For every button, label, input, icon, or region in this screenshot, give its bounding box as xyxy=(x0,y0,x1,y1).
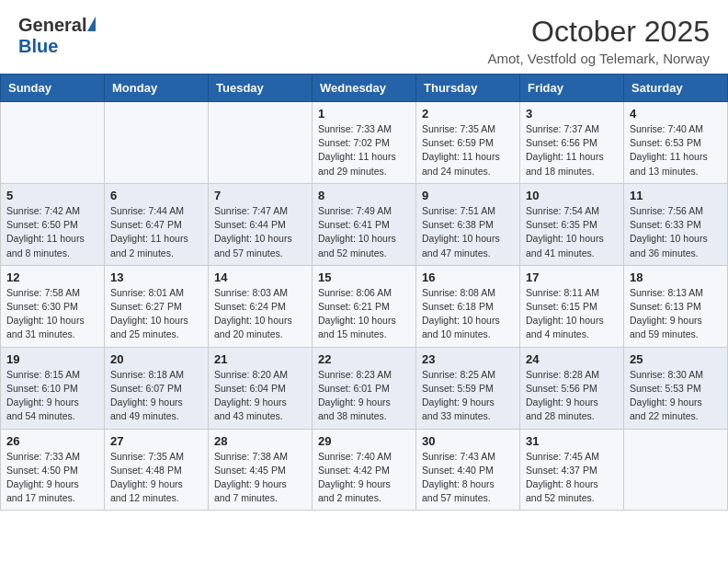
day-cell: 30Sunrise: 7:43 AM Sunset: 4:40 PM Dayli… xyxy=(416,429,520,511)
week-row-5: 26Sunrise: 7:33 AM Sunset: 4:50 PM Dayli… xyxy=(1,429,728,511)
day-cell: 29Sunrise: 7:40 AM Sunset: 4:42 PM Dayli… xyxy=(313,429,416,511)
day-number: 17 xyxy=(526,270,618,284)
day-info: Sunrise: 8:01 AM Sunset: 6:27 PM Dayligh… xyxy=(110,286,202,342)
day-number: 1 xyxy=(318,107,410,121)
day-number: 6 xyxy=(110,189,202,202)
day-cell: 22Sunrise: 8:23 AM Sunset: 6:01 PM Dayli… xyxy=(313,347,416,429)
day-number: 23 xyxy=(422,352,514,366)
day-info: Sunrise: 7:33 AM Sunset: 4:50 PM Dayligh… xyxy=(6,450,98,506)
location-label: Amot, Vestfold og Telemark, Norway xyxy=(488,51,711,66)
day-info: Sunrise: 7:37 AM Sunset: 6:56 PM Dayligh… xyxy=(526,122,618,178)
day-cell: 18Sunrise: 8:13 AM Sunset: 6:13 PM Dayli… xyxy=(624,265,728,347)
day-number: 28 xyxy=(214,434,306,448)
day-info: Sunrise: 8:30 AM Sunset: 5:53 PM Dayligh… xyxy=(630,368,722,424)
col-header-thursday: Thursday xyxy=(416,75,520,102)
day-info: Sunrise: 8:13 AM Sunset: 6:13 PM Dayligh… xyxy=(630,286,722,342)
day-cell: 19Sunrise: 8:15 AM Sunset: 6:10 PM Dayli… xyxy=(1,347,105,429)
day-cell xyxy=(624,429,728,511)
day-cell: 17Sunrise: 8:11 AM Sunset: 6:15 PM Dayli… xyxy=(520,265,624,347)
day-number: 14 xyxy=(214,270,306,284)
day-info: Sunrise: 8:25 AM Sunset: 5:59 PM Dayligh… xyxy=(422,368,514,424)
col-header-sunday: Sunday xyxy=(1,75,105,102)
day-cell: 14Sunrise: 8:03 AM Sunset: 6:24 PM Dayli… xyxy=(209,265,313,347)
day-info: Sunrise: 8:15 AM Sunset: 6:10 PM Dayligh… xyxy=(6,368,98,424)
calendar-table: SundayMondayTuesdayWednesdayThursdayFrid… xyxy=(0,74,728,511)
day-number: 11 xyxy=(630,189,722,202)
col-header-friday: Friday xyxy=(520,75,624,102)
day-number: 2 xyxy=(422,107,514,121)
day-number: 7 xyxy=(214,189,306,202)
day-cell: 26Sunrise: 7:33 AM Sunset: 4:50 PM Dayli… xyxy=(1,429,105,511)
day-cell: 8Sunrise: 7:49 AM Sunset: 6:41 PM Daylig… xyxy=(313,183,416,265)
day-info: Sunrise: 7:33 AM Sunset: 7:02 PM Dayligh… xyxy=(318,122,410,178)
calendar-body: 1Sunrise: 7:33 AM Sunset: 7:02 PM Daylig… xyxy=(1,102,728,511)
day-cell xyxy=(1,102,105,184)
page-header: General Blue October 2025 Amot, Vestfold… xyxy=(0,0,728,74)
day-info: Sunrise: 8:20 AM Sunset: 6:04 PM Dayligh… xyxy=(214,368,306,424)
day-info: Sunrise: 8:28 AM Sunset: 5:56 PM Dayligh… xyxy=(526,368,618,424)
day-info: Sunrise: 7:44 AM Sunset: 6:47 PM Dayligh… xyxy=(110,204,202,260)
day-info: Sunrise: 8:06 AM Sunset: 6:21 PM Dayligh… xyxy=(318,286,410,342)
day-number: 26 xyxy=(6,434,98,448)
week-row-3: 12Sunrise: 7:58 AM Sunset: 6:30 PM Dayli… xyxy=(1,265,728,347)
day-info: Sunrise: 7:35 AM Sunset: 4:48 PM Dayligh… xyxy=(110,450,202,506)
day-cell: 2Sunrise: 7:35 AM Sunset: 6:59 PM Daylig… xyxy=(416,102,520,184)
day-number: 5 xyxy=(6,189,98,202)
day-cell: 9Sunrise: 7:51 AM Sunset: 6:38 PM Daylig… xyxy=(416,183,520,265)
day-cell: 20Sunrise: 8:18 AM Sunset: 6:07 PM Dayli… xyxy=(105,347,209,429)
day-cell: 24Sunrise: 8:28 AM Sunset: 5:56 PM Dayli… xyxy=(520,347,624,429)
day-info: Sunrise: 8:03 AM Sunset: 6:24 PM Dayligh… xyxy=(214,286,306,342)
day-number: 8 xyxy=(318,189,410,202)
week-row-4: 19Sunrise: 8:15 AM Sunset: 6:10 PM Dayli… xyxy=(1,347,728,429)
day-number: 27 xyxy=(110,434,202,448)
day-number: 13 xyxy=(110,270,202,284)
day-cell: 12Sunrise: 7:58 AM Sunset: 6:30 PM Dayli… xyxy=(1,265,105,347)
day-number: 22 xyxy=(318,352,410,366)
day-number: 30 xyxy=(422,434,514,448)
day-cell: 27Sunrise: 7:35 AM Sunset: 4:48 PM Dayli… xyxy=(105,429,209,511)
logo-general-text: General xyxy=(18,15,86,36)
logo: General Blue xyxy=(18,15,96,57)
day-number: 12 xyxy=(6,270,98,284)
day-info: Sunrise: 8:08 AM Sunset: 6:18 PM Dayligh… xyxy=(422,286,514,342)
day-headers-row: SundayMondayTuesdayWednesdayThursdayFrid… xyxy=(1,75,728,102)
week-row-2: 5Sunrise: 7:42 AM Sunset: 6:50 PM Daylig… xyxy=(1,183,728,265)
day-info: Sunrise: 7:51 AM Sunset: 6:38 PM Dayligh… xyxy=(422,204,514,260)
logo-triangle-icon xyxy=(87,17,96,31)
day-number: 20 xyxy=(110,352,202,366)
day-info: Sunrise: 7:38 AM Sunset: 4:45 PM Dayligh… xyxy=(214,450,306,506)
day-cell: 25Sunrise: 8:30 AM Sunset: 5:53 PM Dayli… xyxy=(624,347,728,429)
day-info: Sunrise: 7:42 AM Sunset: 6:50 PM Dayligh… xyxy=(6,204,98,260)
day-info: Sunrise: 7:40 AM Sunset: 6:53 PM Dayligh… xyxy=(630,122,722,178)
day-cell: 4Sunrise: 7:40 AM Sunset: 6:53 PM Daylig… xyxy=(624,102,728,184)
day-info: Sunrise: 7:49 AM Sunset: 6:41 PM Dayligh… xyxy=(318,204,410,260)
day-cell: 3Sunrise: 7:37 AM Sunset: 6:56 PM Daylig… xyxy=(520,102,624,184)
day-cell: 11Sunrise: 7:56 AM Sunset: 6:33 PM Dayli… xyxy=(624,183,728,265)
day-info: Sunrise: 7:40 AM Sunset: 4:42 PM Dayligh… xyxy=(318,450,410,506)
day-info: Sunrise: 7:58 AM Sunset: 6:30 PM Dayligh… xyxy=(6,286,98,342)
day-number: 25 xyxy=(630,352,722,366)
day-number: 16 xyxy=(422,270,514,284)
day-info: Sunrise: 8:11 AM Sunset: 6:15 PM Dayligh… xyxy=(526,286,618,342)
day-number: 10 xyxy=(526,189,618,202)
day-info: Sunrise: 7:43 AM Sunset: 4:40 PM Dayligh… xyxy=(422,450,514,506)
day-cell: 10Sunrise: 7:54 AM Sunset: 6:35 PM Dayli… xyxy=(520,183,624,265)
day-cell: 7Sunrise: 7:47 AM Sunset: 6:44 PM Daylig… xyxy=(209,183,313,265)
day-number: 15 xyxy=(318,270,410,284)
day-number: 31 xyxy=(526,434,618,448)
day-cell: 6Sunrise: 7:44 AM Sunset: 6:47 PM Daylig… xyxy=(105,183,209,265)
day-number: 24 xyxy=(526,352,618,366)
day-info: Sunrise: 7:54 AM Sunset: 6:35 PM Dayligh… xyxy=(526,204,618,260)
day-cell: 28Sunrise: 7:38 AM Sunset: 4:45 PM Dayli… xyxy=(209,429,313,511)
day-number: 18 xyxy=(630,270,722,284)
day-info: Sunrise: 8:23 AM Sunset: 6:01 PM Dayligh… xyxy=(318,368,410,424)
day-cell: 5Sunrise: 7:42 AM Sunset: 6:50 PM Daylig… xyxy=(1,183,105,265)
day-cell: 1Sunrise: 7:33 AM Sunset: 7:02 PM Daylig… xyxy=(313,102,416,184)
day-cell: 23Sunrise: 8:25 AM Sunset: 5:59 PM Dayli… xyxy=(416,347,520,429)
week-row-1: 1Sunrise: 7:33 AM Sunset: 7:02 PM Daylig… xyxy=(1,102,728,184)
day-number: 3 xyxy=(526,107,618,121)
day-cell: 16Sunrise: 8:08 AM Sunset: 6:18 PM Dayli… xyxy=(416,265,520,347)
day-number: 21 xyxy=(214,352,306,366)
day-number: 4 xyxy=(630,107,722,121)
day-number: 9 xyxy=(422,189,514,202)
